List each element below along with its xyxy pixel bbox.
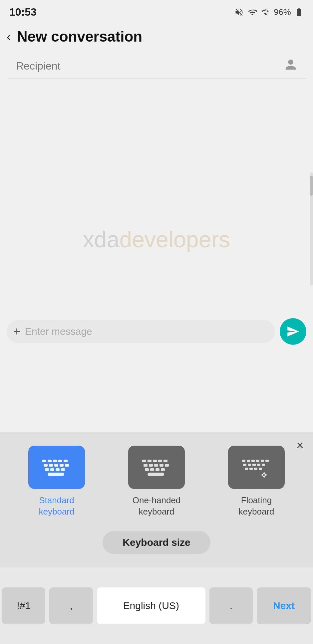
send-icon (286, 325, 300, 338)
svg-rect-28 (150, 468, 154, 471)
contact-icon[interactable] (284, 58, 297, 74)
svg-rect-41 (252, 464, 256, 466)
svg-rect-26 (165, 464, 169, 467)
symbols-key[interactable]: !#1 (2, 587, 45, 624)
language-key[interactable]: English (US) (97, 587, 205, 624)
svg-rect-37 (261, 460, 264, 462)
svg-rect-39 (243, 464, 246, 466)
send-button[interactable] (280, 318, 306, 345)
watermark: xdadevelopers (0, 226, 313, 252)
svg-rect-8 (54, 464, 58, 467)
add-attachment-button[interactable]: + (13, 324, 20, 338)
svg-rect-30 (161, 468, 165, 471)
message-input-bar: + Enter message (0, 314, 313, 349)
header: ‹ New conversation (0, 22, 313, 51)
one-handed-keyboard-label: One-handedkeyboard (133, 495, 181, 518)
watermark-xda: xda (83, 227, 120, 252)
svg-rect-11 (45, 468, 49, 471)
floating-keyboard-label: Floatingkeyboard (239, 495, 274, 518)
svg-rect-1 (42, 460, 46, 462)
svg-rect-36 (256, 460, 259, 462)
keyboard-size-button[interactable]: Keyboard size (103, 531, 210, 554)
close-keyboard-panel-button[interactable]: × (296, 438, 304, 453)
page-title: New conversation (17, 28, 143, 45)
status-icons: 96% (234, 7, 304, 17)
svg-rect-14 (61, 468, 65, 471)
next-key[interactable]: Next (257, 587, 311, 624)
svg-rect-24 (154, 464, 158, 467)
svg-rect-4 (58, 460, 62, 462)
svg-rect-38 (265, 460, 269, 462)
svg-rect-32 (240, 457, 273, 476)
svg-rect-21 (163, 460, 167, 462)
recipient-row (7, 51, 306, 79)
svg-rect-12 (50, 468, 54, 471)
keyboard-options: Standardkeyboard (7, 446, 306, 524)
svg-rect-25 (159, 464, 163, 467)
svg-rect-35 (251, 460, 255, 462)
svg-rect-6 (44, 464, 48, 467)
status-time: 10:53 (9, 6, 37, 18)
svg-rect-10 (65, 464, 69, 467)
svg-rect-43 (262, 464, 265, 466)
period-key[interactable]: . (209, 587, 253, 624)
scrollbar[interactable] (310, 172, 313, 286)
floating-keyboard-option[interactable]: ✥ Floatingkeyboard (223, 446, 290, 518)
svg-rect-27 (145, 468, 149, 471)
back-button[interactable]: ‹ (7, 30, 11, 44)
message-input-container: + Enter message (7, 320, 275, 343)
comma-key[interactable]: , (49, 587, 93, 624)
svg-rect-44 (245, 468, 248, 470)
message-area: xdadevelopers (0, 79, 313, 266)
svg-rect-17 (142, 460, 146, 462)
one-handed-keyboard-option[interactable]: One-handedkeyboard (123, 446, 190, 518)
svg-rect-42 (257, 464, 260, 466)
svg-rect-23 (149, 464, 153, 467)
message-input-placeholder[interactable]: Enter message (25, 326, 268, 337)
svg-rect-29 (156, 468, 159, 471)
bottom-keyboard-row: !#1 , English (US) . Next (0, 567, 313, 644)
svg-rect-22 (144, 464, 148, 467)
svg-rect-7 (49, 464, 53, 467)
standard-keyboard-label: Standardkeyboard (39, 495, 75, 518)
battery-icon (294, 8, 304, 17)
svg-rect-3 (53, 460, 57, 462)
standard-keyboard-option[interactable]: Standardkeyboard (23, 446, 90, 518)
svg-rect-20 (158, 460, 162, 462)
watermark-developers: developers (119, 227, 230, 252)
svg-rect-19 (153, 460, 157, 462)
floating-keyboard-icon: ✥ (238, 455, 275, 480)
one-handed-keyboard-icon (138, 455, 175, 480)
standard-keyboard-icon-box (28, 446, 85, 489)
svg-rect-31 (148, 473, 164, 476)
svg-rect-13 (56, 468, 60, 471)
svg-rect-9 (60, 464, 64, 467)
svg-rect-45 (249, 468, 253, 470)
svg-rect-46 (254, 468, 257, 470)
svg-text:✥: ✥ (261, 471, 267, 479)
svg-rect-40 (248, 464, 251, 466)
signal-icon (261, 8, 270, 17)
wifi-icon (247, 8, 258, 17)
recipient-input[interactable] (16, 60, 284, 72)
standard-keyboard-icon (38, 455, 75, 480)
svg-rect-18 (148, 460, 152, 462)
svg-rect-15 (48, 473, 64, 476)
svg-rect-5 (64, 460, 68, 462)
svg-rect-47 (259, 468, 262, 470)
svg-rect-34 (247, 460, 250, 462)
battery-text: 96% (274, 7, 291, 17)
floating-keyboard-icon-box: ✥ (228, 446, 285, 489)
keyboard-size-row: Keyboard size (7, 531, 306, 554)
keyboard-panel: × (0, 432, 313, 567)
one-handed-keyboard-icon-box (128, 446, 185, 489)
svg-rect-2 (48, 460, 52, 462)
svg-rect-33 (242, 460, 245, 462)
scrollbar-thumb[interactable] (310, 176, 313, 196)
status-bar: 10:53 96% (0, 0, 313, 22)
mute-icon (234, 8, 244, 17)
